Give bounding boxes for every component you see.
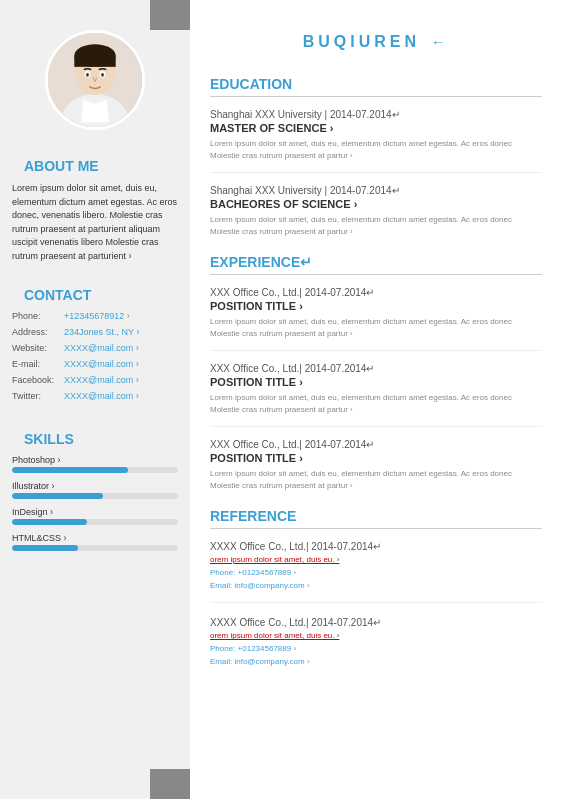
ref-company: XXXX Office Co., Ltd.| 2014-07.2014↵	[210, 541, 542, 552]
resume-title: BUQIUREN ←	[210, 15, 542, 56]
skill-bar-fill	[12, 545, 78, 551]
entry-header: XXX Office Co., Ltd.| 2014-07.2014↵	[210, 287, 542, 298]
reference-title: REFERENCE	[210, 508, 542, 529]
table-row: XXX Office Co., Ltd.| 2014-07.2014↵ POSI…	[210, 287, 542, 351]
contact-label: Twitter:	[12, 391, 64, 401]
svg-point-8	[101, 73, 104, 77]
skill-name: HTML&CSS ›	[12, 533, 178, 543]
svg-point-7	[86, 73, 89, 77]
contact-item: Phone:+12345678912 ›	[12, 311, 178, 321]
sidebar: ABOUT ME Lorem ipsum dolor sit amet, dui…	[0, 0, 190, 799]
skill-item: InDesign ›	[12, 507, 178, 525]
entry-title: POSITION TITLE ›	[210, 300, 542, 312]
skill-bar-bg	[12, 467, 178, 473]
svg-rect-4	[74, 56, 115, 67]
ref-detail: orem ipsum dolor sit amet, duis eu. › Ph…	[210, 554, 542, 592]
reference-section: REFERENCE XXXX Office Co., Ltd.| 2014-07…	[210, 508, 542, 669]
avatar-placeholder	[48, 33, 142, 127]
title-text: BUQIUREN	[303, 33, 420, 50]
title-arrow: ←	[431, 34, 449, 50]
contact-value: XXXX@mail.com ›	[64, 375, 139, 385]
experience-title: EXPERIENCE↵	[210, 254, 542, 275]
experience-section: EXPERIENCE↵ XXX Office Co., Ltd.| 2014-0…	[210, 254, 542, 492]
contact-item: E-mail:XXXX@mail.com ›	[12, 359, 178, 369]
ref-company: XXXX Office Co., Ltd.| 2014-07.2014↵	[210, 617, 542, 628]
bottom-accent	[150, 769, 190, 799]
entry-header: Shanghai XXX University | 2014-07.2014↵	[210, 109, 542, 120]
skill-item: Illustrator ›	[12, 481, 178, 499]
skills-section: SKILLS Photoshop › Illustrator › InDesig…	[0, 423, 190, 575]
contact-item: Address:234Jones St., NY ›	[12, 327, 178, 337]
skills-list: Photoshop › Illustrator › InDesign › HTM…	[12, 455, 178, 551]
table-row: Shanghai XXX University | 2014-07.2014↵ …	[210, 185, 542, 238]
entry-title: POSITION TITLE ›	[210, 452, 542, 464]
contact-title: CONTACT	[12, 287, 178, 303]
about-title: ABOUT ME	[12, 158, 178, 174]
top-accent	[150, 0, 190, 30]
skill-bar-bg	[12, 545, 178, 551]
entry-header: Shanghai XXX University | 2014-07.2014↵	[210, 185, 542, 196]
contact-item: Facebook:XXXX@mail.com ›	[12, 375, 178, 385]
contact-value: XXXX@mail.com ›	[64, 359, 139, 369]
skill-bar-bg	[12, 493, 178, 499]
entry-desc: Lorem ipsum dolor sit amet, duis eu, ele…	[210, 392, 542, 416]
entry-title: POSITION TITLE ›	[210, 376, 542, 388]
skill-bar-fill	[12, 467, 128, 473]
person-svg	[48, 30, 142, 130]
contact-value: XXXX@mail.com ›	[64, 391, 139, 401]
skill-item: HTML&CSS ›	[12, 533, 178, 551]
contact-item: Twitter:XXXX@mail.com ›	[12, 391, 178, 401]
skill-bar-fill	[12, 493, 103, 499]
skill-bar-bg	[12, 519, 178, 525]
contact-label: Facebook:	[12, 375, 64, 385]
skill-bar-fill	[12, 519, 87, 525]
contact-label: Phone:	[12, 311, 64, 321]
contact-label: Website:	[12, 343, 64, 353]
contact-value: 234Jones St., NY ›	[64, 327, 139, 337]
entry-desc: Lorem ipsum dolor sit amet, duis eu, ele…	[210, 316, 542, 340]
entry-desc: Lorem ipsum dolor sit amet, duis eu, ele…	[210, 468, 542, 492]
list-item: XXXX Office Co., Ltd.| 2014-07.2014↵ ore…	[210, 541, 542, 603]
ref-detail: orem ipsum dolor sit amet, duis eu. › Ph…	[210, 630, 542, 668]
contact-value: XXXX@mail.com ›	[64, 343, 139, 353]
entry-header: XXX Office Co., Ltd.| 2014-07.2014↵	[210, 363, 542, 374]
about-text: Lorem ipsum dolor sit amet, duis eu, ele…	[12, 182, 178, 263]
skills-title: SKILLS	[12, 431, 178, 447]
education-entries: Shanghai XXX University | 2014-07.2014↵ …	[210, 109, 542, 238]
avatar	[45, 30, 145, 130]
education-title: EDUCATION	[210, 76, 542, 97]
skill-name: Illustrator ›	[12, 481, 178, 491]
entry-header: XXX Office Co., Ltd.| 2014-07.2014↵	[210, 439, 542, 450]
contact-value: +12345678912 ›	[64, 311, 130, 321]
contact-section: CONTACT Phone:+12345678912 ›Address:234J…	[0, 279, 190, 423]
main-content: BUQIUREN ← EDUCATION Shanghai XXX Univer…	[190, 0, 562, 799]
contact-item: Website:XXXX@mail.com ›	[12, 343, 178, 353]
skill-name: Photoshop ›	[12, 455, 178, 465]
skill-item: Photoshop ›	[12, 455, 178, 473]
about-section: ABOUT ME Lorem ipsum dolor sit amet, dui…	[0, 150, 190, 279]
entry-desc: Lorem ipsum dolor sit amet, duis eu, ele…	[210, 138, 542, 162]
entry-title: BACHEORES OF SCIENCE ›	[210, 198, 542, 210]
reference-entries: XXXX Office Co., Ltd.| 2014-07.2014↵ ore…	[210, 541, 542, 669]
education-section: EDUCATION Shanghai XXX University | 2014…	[210, 76, 542, 238]
list-item: XXXX Office Co., Ltd.| 2014-07.2014↵ ore…	[210, 617, 542, 668]
contact-list: Phone:+12345678912 ›Address:234Jones St.…	[12, 311, 178, 401]
contact-label: Address:	[12, 327, 64, 337]
table-row: XXX Office Co., Ltd.| 2014-07.2014↵ POSI…	[210, 363, 542, 427]
experience-entries: XXX Office Co., Ltd.| 2014-07.2014↵ POSI…	[210, 287, 542, 492]
contact-label: E-mail:	[12, 359, 64, 369]
skill-name: InDesign ›	[12, 507, 178, 517]
entry-desc: Lorem ipsum dolor sit amet, duis eu, ele…	[210, 214, 542, 238]
entry-title: MASTER OF SCIENCE ›	[210, 122, 542, 134]
table-row: Shanghai XXX University | 2014-07.2014↵ …	[210, 109, 542, 173]
table-row: XXX Office Co., Ltd.| 2014-07.2014↵ POSI…	[210, 439, 542, 492]
